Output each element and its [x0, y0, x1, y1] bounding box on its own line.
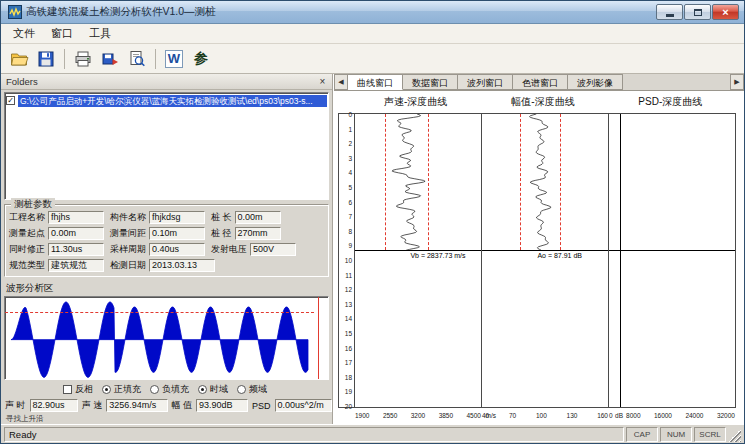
tick-label: 70 [509, 412, 516, 419]
tab-curve-window[interactable]: 曲线窗口 [348, 74, 403, 90]
folder-list[interactable]: ✓ G:\公司产品启动+开发\哈尔滨仪器\蓝海天实拓检测验收测试\ed\ps03… [4, 92, 329, 200]
param-value-field[interactable]: 500V [250, 243, 296, 256]
tick-label: 18 [345, 374, 352, 381]
chevron-right-icon: ▶ [734, 78, 739, 86]
folder-item-label[interactable]: G:\公司产品启动+开发\哈尔滨仪器\蓝海天实拓检测验收测试\ed\ps03\p… [18, 95, 327, 107]
param-value-field[interactable]: 0.00m [48, 227, 104, 240]
caps-lock-indicator: CAP [626, 427, 658, 442]
tick-label: 12 [345, 286, 352, 293]
tick-label: 1900 [355, 412, 369, 419]
fill-positive-radio[interactable]: 正填充 [102, 383, 141, 396]
folder-checkbox-checked[interactable]: ✓ [6, 96, 15, 105]
menu-tools[interactable]: 工具 [81, 24, 119, 43]
print-preview-button[interactable] [125, 47, 149, 71]
chart-box: 01234567891011121314151617181920 Vb = 28… [338, 113, 736, 408]
toolbar-separator [155, 49, 156, 69]
waveform-view[interactable] [4, 296, 329, 380]
cursor-line[interactable] [318, 297, 319, 379]
param-test-date: 检测日期 2013.03.13 [110, 259, 215, 272]
tab-bar: ◀ 曲线窗口 数据窗口 波列窗口 色谱窗口 波列影像 ▶ [334, 74, 744, 91]
minimize-button[interactable] [656, 4, 683, 20]
param-value-field[interactable]: 建筑规范 [48, 259, 104, 272]
param-label: 构件名称 [110, 211, 146, 224]
floppy-export-icon [101, 50, 119, 68]
fill-negative-radio[interactable]: 负填充 [150, 383, 189, 396]
tabs-scroll-right-button[interactable]: ▶ [730, 74, 744, 90]
velocity-curve [355, 114, 481, 407]
velocity-chart-title: 声速-深度曲线 [352, 95, 479, 109]
param-value-field[interactable]: 0.10m [149, 227, 205, 240]
param-value-field[interactable]: 11.30us [48, 243, 104, 256]
app-window: 高铁建筑混凝土检测分析软件V1.0—测桩 × 文件 窗口 工具 [0, 0, 745, 444]
param-value-field[interactable]: 2013.03.13 [149, 259, 215, 272]
app-icon [8, 5, 22, 19]
invert-checkbox[interactable]: 反相 [63, 383, 93, 396]
depth-axis: 01234567891011121314151617181920 [345, 111, 352, 410]
radio-icon [150, 385, 159, 394]
param-value-field[interactable]: fhjkdsg [149, 211, 205, 224]
tick-label: 40 [482, 412, 489, 419]
fill-negative-label: 负填充 [162, 383, 189, 396]
tab-wavetrain-window[interactable]: 波列窗口 [458, 74, 513, 90]
tabs-scroll-left-button[interactable]: ◀ [334, 74, 348, 90]
tick-label: 8 [348, 228, 352, 235]
param-time-correction: 同时修正 11.30us [9, 243, 104, 256]
param-value-field[interactable]: 0.00m [235, 211, 281, 224]
threshold-line [5, 312, 314, 313]
waveform-plot [5, 297, 328, 379]
velocity-upper-bound-line [428, 114, 429, 250]
tab-spectrum-window[interactable]: 色谱窗口 [513, 74, 568, 90]
time-domain-label: 时域 [210, 383, 228, 396]
param-value-field[interactable]: 270mm [235, 227, 281, 240]
radio-icon [102, 385, 111, 394]
close-button[interactable]: × [712, 4, 739, 20]
pile-params-legend: 测桩参数 [11, 198, 55, 211]
amplitude-curve [482, 114, 608, 407]
word-report-button[interactable]: W [162, 47, 186, 71]
param-label: 桩 长 [211, 211, 232, 224]
tick-label: 13 [345, 301, 352, 308]
reference-params-button[interactable]: 参 [189, 47, 213, 71]
amplitude-upper-bound-line [560, 114, 561, 250]
close-icon: × [722, 7, 728, 18]
params-row: 测量起点 0.00m 测量间距 0.10m 桩 径 270mm [9, 227, 324, 240]
time-domain-radio[interactable]: 时域 [198, 383, 228, 396]
resize-grip[interactable] [728, 429, 741, 442]
psd-curve [620, 114, 621, 407]
param-label: 桩 径 [211, 227, 232, 240]
maximize-button[interactable] [684, 4, 711, 20]
wave-hint-text: 寻找上升沿 [1, 412, 332, 424]
print-button[interactable] [71, 47, 95, 71]
sound-time-label: 声 时 [5, 399, 26, 412]
save-button[interactable] [34, 47, 58, 71]
tick-label: 100 [536, 412, 547, 419]
tick-label: 130 [567, 412, 578, 419]
tick-label: 5 [348, 184, 352, 191]
velocity-x-axis: 19002550320038504500 [355, 412, 481, 419]
param-label: 测量起点 [9, 227, 45, 240]
psd-value: 0.00us^2/m [275, 399, 333, 412]
menu-file[interactable]: 文件 [5, 24, 43, 43]
open-file-button[interactable] [7, 47, 31, 71]
folders-close-button[interactable]: × [316, 76, 329, 88]
main-area: Folders × ✓ G:\公司产品启动+开发\哈尔滨仪器\蓝海天实拓检测验收… [1, 74, 744, 424]
menu-bar: 文件 窗口 工具 [1, 24, 744, 44]
tick-label: 10 [345, 257, 352, 264]
tick-label: 17 [345, 359, 352, 366]
depth-marker-line [482, 250, 608, 251]
title-bar[interactable]: 高铁建筑混凝土检测分析软件V1.0—测桩 × [1, 1, 744, 24]
freq-domain-radio[interactable]: 频域 [237, 383, 267, 396]
export-button[interactable] [98, 47, 122, 71]
radio-icon [198, 385, 207, 394]
amplitude-depth-panel[interactable]: Ao = 87.91 dB 4070100130160 dB [481, 114, 608, 407]
psd-depth-panel[interactable]: 08000160002400032000 [608, 114, 735, 407]
folder-item[interactable]: ✓ G:\公司产品启动+开发\哈尔滨仪器\蓝海天实拓检测验收测试\ed\ps03… [6, 94, 327, 107]
velocity-depth-panel[interactable]: Vb = 2837.73 m/s 19002550320038504500 m/… [354, 114, 481, 407]
tab-data-window[interactable]: 数据窗口 [403, 74, 458, 90]
tick-label: 24000 [685, 412, 703, 419]
param-pile-length: 桩 长 0.00m [211, 211, 281, 224]
tab-wavetrain-image[interactable]: 波列影像 [568, 74, 623, 90]
param-value-field[interactable]: fhjhs [48, 211, 104, 224]
menu-window[interactable]: 窗口 [43, 24, 81, 43]
param-value-field[interactable]: 0.40us [149, 243, 205, 256]
